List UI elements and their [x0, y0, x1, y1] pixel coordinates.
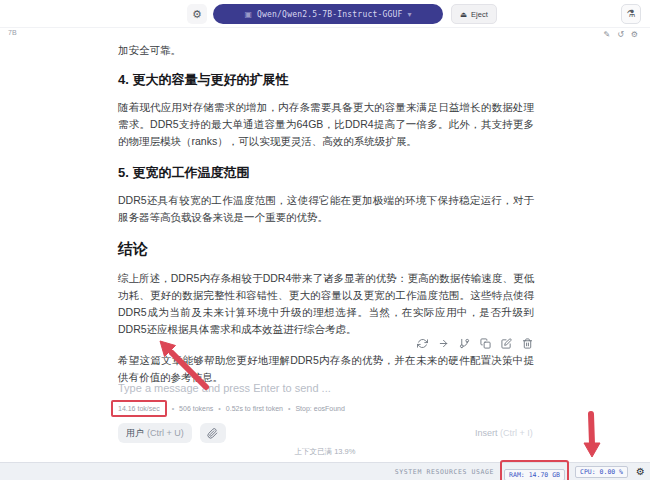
eject-icon: ⏏: [460, 10, 467, 19]
experiment-button[interactable]: ⚗: [621, 4, 641, 24]
eject-model-button[interactable]: ⏏ Eject: [451, 4, 497, 24]
refresh-icon[interactable]: ↺: [617, 30, 624, 39]
chip-icon: ▣: [244, 10, 252, 19]
user-role-shortcut: (Ctrl + U): [147, 428, 184, 438]
top-header: ⚙ ▣ Qwen/Qwen2.5-7B-Instruct-GGUF ▾ ⏏ Ej…: [0, 0, 650, 28]
section4-heading: 4. 更大的容量与更好的扩展性: [118, 71, 534, 89]
context-usage-status: 上下文已满 13.9%: [0, 447, 650, 457]
model-settings-button[interactable]: ⚙: [187, 4, 207, 24]
message-input[interactable]: [118, 382, 534, 410]
attach-file-button[interactable]: [200, 423, 226, 443]
section4-body: 随着现代应用对存储需求的增加，内存条需要具备更大的容量来满足日益增长的数据处理需…: [118, 99, 534, 150]
regenerate-icon[interactable]: [415, 336, 429, 350]
resources-usage-label: SYSTEM RESOURCES USAGE: [395, 468, 494, 476]
continue-arrow-icon[interactable]: [436, 336, 450, 350]
conclusion-body-2: 希望这篇文章能够帮助您更好地理解DDR5内存条的优势，并在未来的硬件配置决策中提…: [118, 352, 534, 386]
message-actions: [118, 336, 534, 350]
chat-toolbar: ✎ ↺ ⚙: [603, 30, 638, 39]
chat-settings-gear-icon[interactable]: ⚙: [631, 30, 638, 39]
branch-icon[interactable]: [457, 336, 471, 350]
app-window: ⚙ ▣ Qwen/Qwen2.5-7B-Instruct-GGUF ▾ ⏏ Ej…: [0, 0, 650, 480]
insert-hint[interactable]: Insert (Ctrl + I): [475, 428, 533, 438]
cpu-usage-badge: CPU: 0.00 %: [575, 466, 628, 478]
flask-icon: ⚗: [627, 8, 636, 19]
status-bar: SYSTEM RESOURCES USAGE RAM: 14.70 GB CPU…: [0, 462, 650, 480]
edit-icon[interactable]: [499, 336, 513, 350]
composer-buttons: 用户 (Ctrl + U): [118, 423, 226, 443]
copy-icon[interactable]: [478, 336, 492, 350]
trash-icon[interactable]: [520, 336, 534, 350]
insert-shortcut: (Ctrl + I): [500, 428, 533, 438]
ram-usage-badge: RAM: 14.70 GB: [504, 469, 565, 480]
ram-annotation-box: RAM: 14.70 GB: [500, 460, 569, 480]
user-role-button[interactable]: 用户 (Ctrl + U): [118, 423, 192, 443]
section5-heading: 5. 更宽的工作温度范围: [118, 164, 534, 182]
section5-body: DDR5还具有较宽的工作温度范围，这使得它能在更加极端的环境下保持稳定运行，对于…: [118, 192, 534, 226]
model-size-badge: 7B: [8, 29, 17, 36]
resources-settings-gear-icon[interactable]: ⚙: [636, 466, 645, 477]
model-name-label: Qwen/Qwen2.5-7B-Instruct-GGUF: [257, 10, 402, 19]
insert-label: Insert: [475, 428, 498, 438]
model-selector[interactable]: ▣ Qwen/Qwen2.5-7B-Instruct-GGUF ▾: [213, 4, 443, 24]
conclusion-heading: 结论: [118, 240, 534, 259]
paragraph-fragment: 加安全可靠。: [118, 42, 534, 59]
pencil-icon[interactable]: ✎: [603, 30, 610, 39]
conclusion-body-1: 综上所述，DDR5内存条相较于DDR4带来了诸多显著的优势：更高的数据传输速度、…: [118, 270, 534, 338]
gear-icon: ⚙: [192, 8, 202, 20]
paperclip-icon: [207, 428, 218, 439]
eject-label: Eject: [471, 10, 488, 19]
chevron-down-icon: ▾: [408, 10, 412, 19]
assistant-message: 加安全可靠。 4. 更大的容量与更好的扩展性 随着现代应用对存储需求的增加，内存…: [118, 42, 534, 417]
user-role-label: 用户: [126, 427, 144, 440]
